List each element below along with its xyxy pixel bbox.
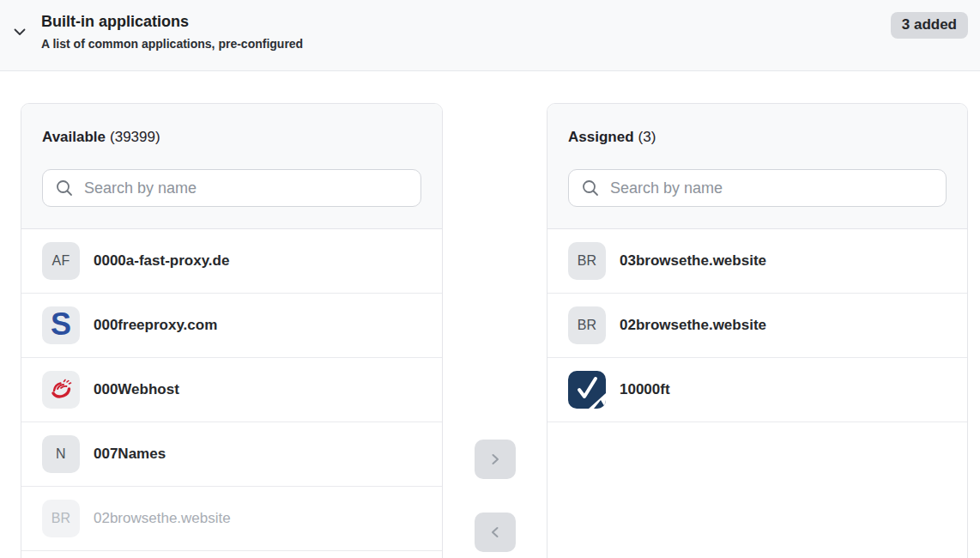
assigned-panel-header: Assigned(3) <box>547 104 967 229</box>
assigned-label: Assigned <box>568 129 634 145</box>
list-item: BR02browsethe.website <box>21 487 442 551</box>
list-item[interactable]: N007Names <box>21 422 442 487</box>
chevron-right-icon <box>489 453 501 465</box>
app-avatar-initials: BR <box>568 242 606 280</box>
available-panel: Available(39399) AF0000a-fast-proxy.deS0… <box>21 103 443 558</box>
app-name: 0000a-fast-proxy.de <box>94 252 229 270</box>
available-search <box>42 169 421 207</box>
webhost-logo-icon <box>42 371 80 409</box>
move-to-assigned-button[interactable] <box>475 440 516 479</box>
app-avatar-initials: N <box>42 435 80 473</box>
section-title-block: Built-in applications A list of common a… <box>41 11 303 52</box>
app-avatar-initials: BR <box>568 306 606 344</box>
app-name: 000freeproxy.com <box>94 317 217 334</box>
available-list: AF0000a-fast-proxy.deS000freeproxy.com00… <box>21 229 442 551</box>
assigned-count: (3) <box>638 129 656 145</box>
search-icon <box>55 179 74 197</box>
transfer-buttons <box>443 103 547 552</box>
list-item[interactable]: 000Webhost <box>21 358 442 422</box>
app-avatar-initials: BR <box>42 500 80 537</box>
app-name: 007Names <box>94 446 166 463</box>
search-icon <box>581 179 600 197</box>
tenthousandft-logo-icon <box>568 371 606 409</box>
list-item[interactable]: BR02browsethe.website <box>547 294 967 358</box>
app-name: 02browsethe.website <box>94 510 231 527</box>
assigned-search <box>568 169 947 207</box>
app-name: 000Webhost <box>94 381 179 398</box>
available-panel-header: Available(39399) <box>21 104 442 229</box>
move-to-available-button[interactable] <box>475 513 516 552</box>
assigned-panel: Assigned(3) BR03browsethe.websiteBR02bro… <box>547 103 968 558</box>
available-title: Available(39399) <box>42 128 421 147</box>
list-item[interactable]: S000freeproxy.com <box>21 294 442 358</box>
added-count-badge: 3 added <box>891 12 968 39</box>
app-name: 03browsethe.website <box>620 252 766 270</box>
page-title: Built-in applications <box>41 11 303 32</box>
section-header: Built-in applications A list of common a… <box>0 0 980 71</box>
list-item[interactable]: BR03browsethe.website <box>547 229 967 294</box>
transfer-widget: Available(39399) AF0000a-fast-proxy.deS0… <box>0 71 980 558</box>
page-subtitle: A list of common applications, pre-confi… <box>41 36 303 52</box>
chevron-left-icon <box>489 526 501 538</box>
assigned-list: BR03browsethe.websiteBR02browsethe.websi… <box>547 229 967 422</box>
freeproxy-logo-icon: S <box>42 306 80 344</box>
assigned-title: Assigned(3) <box>568 128 947 147</box>
available-count: (39399) <box>110 129 160 145</box>
list-item[interactable]: AF0000a-fast-proxy.de <box>21 229 442 294</box>
list-item[interactable]: 10000ft <box>547 358 967 422</box>
available-label: Available <box>42 129 106 145</box>
assigned-search-input[interactable] <box>610 179 934 197</box>
app-name: 02browsethe.website <box>620 317 766 334</box>
app-name: 10000ft <box>620 381 670 398</box>
available-search-input[interactable] <box>84 179 408 197</box>
chevron-down-icon[interactable] <box>10 22 29 41</box>
app-avatar-initials: AF <box>42 242 80 280</box>
